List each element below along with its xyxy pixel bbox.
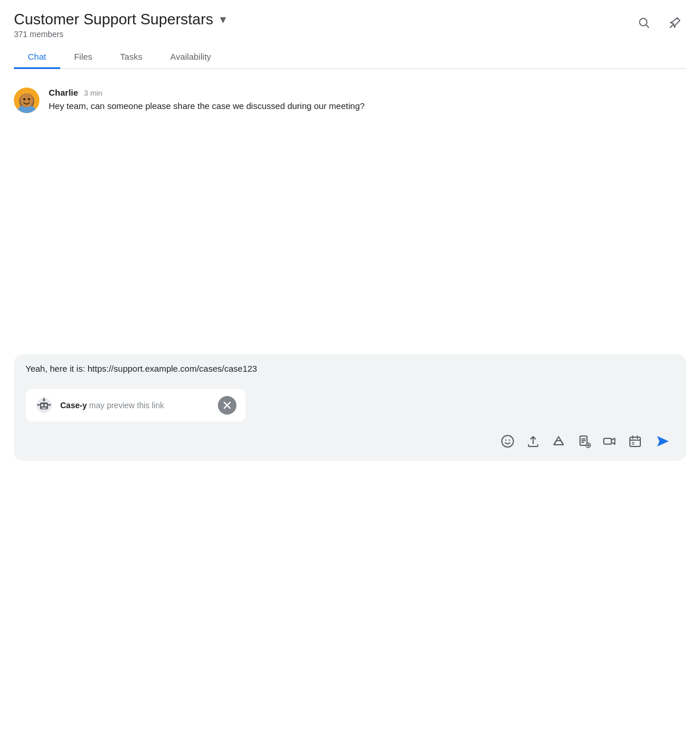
- svg-point-14: [45, 404, 47, 406]
- link-preview-label: Case-y may preview this link: [60, 401, 164, 410]
- message-text: Hey team, can someone please share the c…: [49, 100, 686, 113]
- new-doc-icon: [577, 434, 591, 448]
- svg-rect-15: [42, 408, 46, 409]
- svg-marker-37: [657, 436, 669, 446]
- emoji-button[interactable]: [496, 430, 519, 453]
- drive-icon: [552, 434, 566, 448]
- send-icon: [654, 433, 670, 449]
- upload-button[interactable]: [522, 430, 545, 453]
- svg-point-8: [28, 98, 30, 100]
- avatar-image: [14, 88, 39, 113]
- upload-icon: [526, 434, 540, 448]
- message-meta: Charlie 3 min: [49, 88, 686, 97]
- svg-rect-17: [48, 404, 51, 406]
- calendar-icon: [628, 434, 642, 448]
- message-row: Charlie 3 min Hey team, can someone plea…: [14, 81, 686, 120]
- video-icon: [603, 434, 617, 448]
- new-doc-button[interactable]: [573, 430, 596, 453]
- tabs-bar: Chat Files Tasks Availability: [14, 46, 686, 69]
- link-app-icon: [35, 396, 53, 415]
- svg-rect-16: [37, 404, 40, 406]
- close-icon: [223, 401, 232, 410]
- tab-tasks[interactable]: Tasks: [106, 46, 156, 69]
- pin-icon: [669, 16, 681, 29]
- link-preview-card: Case-y may preview this link: [25, 389, 246, 422]
- pin-button[interactable]: [664, 12, 686, 34]
- send-button[interactable]: [649, 429, 675, 454]
- svg-point-21: [505, 440, 506, 441]
- messages-container: Charlie 3 min Hey team, can someone plea…: [14, 69, 686, 354]
- compose-toolbar: [25, 429, 675, 454]
- compose-input[interactable]: Yeah, here it is: https://support.exampl…: [25, 364, 675, 380]
- tab-chat[interactable]: Chat: [14, 46, 60, 69]
- compose-area: Yeah, here it is: https://support.exampl…: [14, 354, 686, 461]
- svg-line-2: [670, 24, 674, 27]
- svg-point-22: [509, 440, 510, 441]
- svg-point-13: [41, 404, 43, 406]
- emoji-icon: [501, 434, 515, 448]
- message-content: Charlie 3 min Hey team, can someone plea…: [49, 88, 686, 113]
- tab-availability[interactable]: Availability: [156, 46, 225, 69]
- drive-button[interactable]: [547, 430, 570, 453]
- svg-point-11: [43, 399, 45, 401]
- svg-rect-31: [630, 437, 640, 446]
- video-button[interactable]: [598, 430, 621, 453]
- message-time: 3 min: [84, 89, 103, 97]
- search-icon: [637, 16, 650, 29]
- avatar: [14, 88, 39, 113]
- svg-rect-30: [604, 438, 611, 444]
- members-count: 371 members: [14, 30, 228, 39]
- tab-files[interactable]: Files: [60, 46, 107, 69]
- caseby-icon: [35, 397, 53, 414]
- svg-point-6: [20, 93, 33, 107]
- dropdown-icon[interactable]: ▼: [218, 14, 228, 26]
- calendar-button[interactable]: [624, 430, 647, 453]
- svg-line-1: [646, 25, 648, 27]
- message-sender: Charlie: [49, 88, 78, 97]
- close-preview-button[interactable]: [218, 396, 236, 415]
- svg-point-7: [23, 98, 25, 100]
- chat-area: Charlie 3 min Hey team, can someone plea…: [0, 69, 700, 475]
- group-name: Customer Support Superstars: [14, 10, 213, 28]
- search-button[interactable]: [633, 12, 655, 34]
- svg-point-20: [502, 435, 513, 447]
- link-preview-left: Case-y may preview this link: [35, 396, 164, 415]
